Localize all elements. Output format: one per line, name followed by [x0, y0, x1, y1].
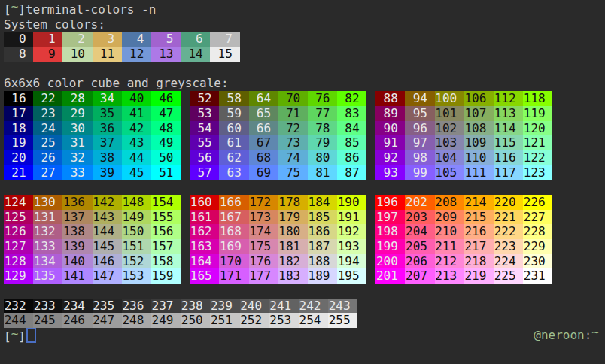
color-cell-195: 195: [337, 268, 366, 284]
color-cell-154: 154: [151, 195, 181, 210]
color-cell-172: 172: [249, 195, 278, 210]
color-cell-209: 209: [435, 210, 464, 225]
color-cell-128: 128: [4, 254, 33, 269]
color-cell-118: 118: [523, 91, 552, 106]
status-separator: :: [585, 328, 592, 342]
color-cell-229: 229: [523, 239, 552, 254]
color-cell-53: 53: [190, 106, 219, 121]
color-cell-39: 39: [93, 165, 122, 180]
terminal-window[interactable]: [~]terminal-colors -n System colors: 0 1…: [0, 0, 605, 364]
color-cell-220: 220: [494, 195, 523, 210]
color-cell-222: 222: [494, 224, 523, 239]
color-cell-31: 31: [62, 135, 92, 150]
color-cell-191: 191: [337, 210, 366, 225]
color-cell-74: 74: [278, 150, 308, 165]
color-cell-9: 9: [33, 47, 62, 62]
color-cell-70: 70: [278, 91, 308, 106]
color-row: 93 99 105 111 117 123: [375, 165, 552, 180]
color-cell-26: 26: [33, 150, 62, 165]
color-cell-186: 186: [308, 224, 337, 239]
color-cell-124: 124: [4, 195, 33, 210]
color-cell-178: 178: [278, 195, 308, 210]
color-cell-173: 173: [249, 210, 278, 225]
color-row: 125 131 137 143 149 155: [4, 210, 181, 225]
color-cell-122: 122: [523, 150, 552, 165]
color-cell-252: 252: [240, 313, 269, 328]
color-cell-7: 7: [210, 32, 239, 47]
color-cell-125: 125: [4, 210, 33, 225]
color-cell-60: 60: [219, 121, 248, 136]
color-cell-47: 47: [151, 106, 181, 121]
prompt-bracket-open: [: [4, 2, 11, 17]
color-cell-4: 4: [122, 32, 151, 47]
color-cell-51: 51: [151, 165, 181, 180]
color-cell-13: 13: [151, 47, 181, 62]
color-cell-232: 232: [4, 299, 33, 314]
prompt-bracket-open: [: [4, 329, 11, 344]
color-cell-166: 166: [219, 195, 248, 210]
color-cell-113: 113: [494, 106, 523, 121]
color-cell-249: 249: [151, 313, 181, 328]
color-cell-38: 38: [93, 150, 122, 165]
color-cell-73: 73: [278, 135, 308, 150]
color-cell-238: 238: [181, 299, 210, 314]
color-row: 128 134 140 146 152 158: [4, 254, 181, 269]
color-cell-160: 160: [190, 195, 219, 210]
prompt-tilde: ~: [11, 0, 19, 14]
color-cell-250: 250: [181, 313, 210, 328]
color-row: 20 26 32 38 44 50: [4, 150, 181, 165]
color-cell-71: 71: [278, 106, 308, 121]
color-cell-97: 97: [405, 135, 434, 150]
color-cell-54: 54: [190, 121, 219, 136]
color-cell-48: 48: [151, 121, 181, 136]
color-cell-226: 226: [523, 195, 552, 210]
color-cell-45: 45: [122, 165, 151, 180]
prompt-tilde: ~: [11, 326, 19, 341]
color-cell-108: 108: [464, 121, 494, 136]
color-cell-223: 223: [494, 239, 523, 254]
color-cell-66: 66: [249, 121, 278, 136]
color-cell-136: 136: [62, 195, 92, 210]
color-cell-248: 248: [122, 313, 151, 328]
color-cell-46: 46: [151, 91, 181, 106]
color-row: 160 166 172 178 184 190: [190, 195, 366, 210]
color-cell-24: 24: [33, 121, 62, 136]
color-cell-206: 206: [405, 254, 434, 269]
block-cursor: [26, 328, 36, 343]
color-cell-157: 157: [151, 239, 181, 254]
color-cell-170: 170: [219, 254, 248, 269]
color-cell-16: 16: [4, 91, 33, 106]
color-cell-197: 197: [375, 210, 405, 225]
color-cell-235: 235: [93, 299, 122, 314]
color-row: 165 171 177 183 189 195: [190, 268, 366, 284]
blank-line: [4, 180, 605, 195]
color-cell-18: 18: [4, 121, 33, 136]
color-cell-63: 63: [219, 165, 248, 180]
color-cell-247: 247: [93, 313, 122, 328]
color-cell-140: 140: [62, 254, 92, 269]
color-cell-169: 169: [219, 239, 248, 254]
color-cell-194: 194: [337, 254, 366, 269]
color-cell-115: 115: [494, 135, 523, 150]
color-cell-241: 241: [269, 299, 299, 314]
color-cell-62: 62: [219, 150, 248, 165]
color-cell-17: 17: [4, 106, 33, 121]
color-cell-132: 132: [33, 224, 62, 239]
cube-block-5: 160 166 172 178 184 190 161 167 173 179 …: [190, 195, 366, 284]
color-row: 0 1 2 3 4 5 6 7: [4, 32, 605, 47]
cube-heading: 6x6x6 color cube and greyscale:: [4, 76, 605, 91]
color-cell-87: 87: [337, 165, 366, 180]
color-cell-184: 184: [308, 195, 337, 210]
cube-block-1: 16 22 28 34 40 46 17 23 29 35 41 47 18 2…: [4, 91, 181, 180]
color-cell-91: 91: [375, 135, 405, 150]
color-cell-105: 105: [435, 165, 464, 180]
color-cell-19: 19: [4, 135, 33, 150]
color-cell-231: 231: [523, 268, 552, 284]
color-cell-162: 162: [190, 224, 219, 239]
prompt-bracket-close: ]: [18, 2, 26, 17]
color-cell-109: 109: [464, 135, 494, 150]
color-cell-141: 141: [62, 268, 92, 284]
color-cell-27: 27: [33, 165, 62, 180]
color-cell-106: 106: [464, 91, 494, 106]
color-row: 126 132 138 144 150 156: [4, 224, 181, 239]
